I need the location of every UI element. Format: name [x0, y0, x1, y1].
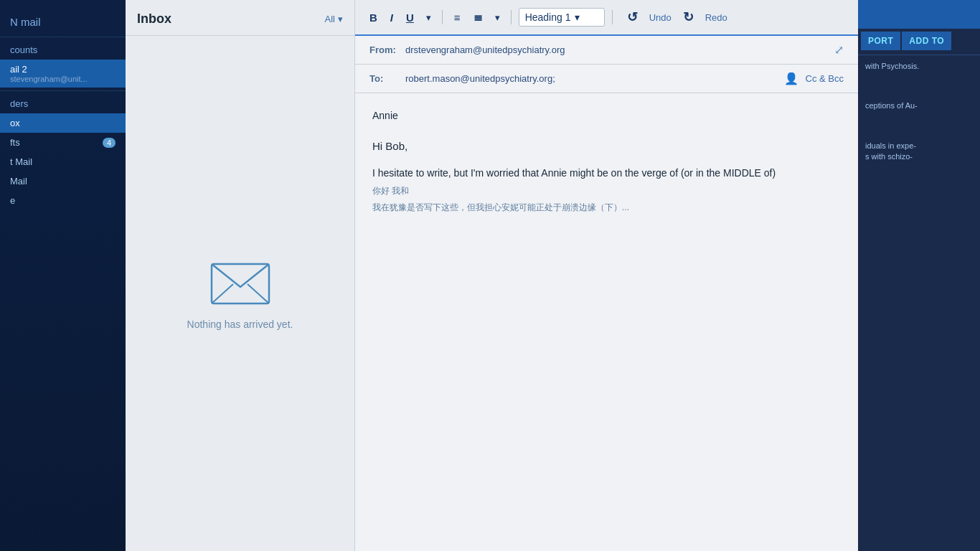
- bold-button[interactable]: B: [365, 9, 382, 26]
- heading-chevron: ▾: [575, 11, 580, 23]
- sidebar-drafts-label: fts: [10, 137, 20, 148]
- svg-line-2: [248, 284, 269, 303]
- to-label: To:: [369, 73, 405, 84]
- drafts-badge: 4: [103, 138, 116, 148]
- heading-selector[interactable]: Heading 1 ▾: [519, 8, 605, 27]
- toolbar-separator-3: [612, 10, 613, 24]
- to-value[interactable]: robert.mason@unitedpsychiatry.org;: [405, 73, 784, 84]
- undo-label[interactable]: Undo: [649, 12, 672, 23]
- export-button[interactable]: PORT: [861, 32, 900, 50]
- sidebar-trash-label: e: [10, 195, 15, 206]
- from-label: From:: [369, 44, 405, 55]
- right-content-line1: with Psychosis.: [865, 61, 973, 72]
- compose-chinese-2: 我在犹豫是否写下这些，但我担心安妮可能正处于崩溃边缘（下）...: [372, 201, 841, 215]
- inbox-empty-message: Nothing has arrived yet.: [187, 319, 293, 330]
- compose-body[interactable]: Annie Hi Bob, I hesitate to write, but I…: [355, 93, 858, 551]
- add-to-button[interactable]: ADD TO: [902, 32, 951, 50]
- sidebar-item-mail2-sub: stevengraham@unit...: [10, 75, 88, 83]
- heading-label: Heading 1: [525, 11, 571, 23]
- compose-toolbar: B I U ▾ ≡ ≣ ▾ Heading 1 ▾ ↺ Undo ↻ Redo: [355, 0, 858, 36]
- sidebar-item-sent[interactable]: t Mail: [0, 152, 126, 171]
- from-value: drstevengraham@unitedpsychiatry.org: [405, 44, 834, 55]
- sidebar-item-mail2[interactable]: ail 2 stevengraham@unit...: [0, 60, 126, 88]
- sidebar-item-inbox[interactable]: ox: [0, 113, 126, 133]
- compose-expand-icon[interactable]: ⤢: [834, 43, 844, 57]
- sidebar-item-trash[interactable]: e: [0, 191, 126, 210]
- sidebar-item-drafts[interactable]: fts 4: [0, 133, 126, 152]
- right-content-line2: ceptions of Au-: [865, 100, 973, 111]
- sidebar-sent-label: t Mail: [10, 156, 32, 167]
- redo-button[interactable]: ↻: [679, 7, 698, 27]
- compose-to-actions: 👤 Cc & Bcc: [784, 72, 844, 85]
- list-dropdown[interactable]: ▾: [491, 10, 504, 25]
- inbox-title: Inbox: [137, 11, 171, 27]
- format-chevron: ▾: [426, 12, 431, 23]
- sidebar-section-folders: ders: [0, 94, 126, 113]
- contacts-icon[interactable]: 👤: [784, 72, 798, 85]
- italic-button[interactable]: I: [386, 9, 397, 26]
- right-content-line3: iduals in expe-: [865, 141, 973, 151]
- compose-body-text: I hesitate to write, but I'm worried tha…: [372, 165, 841, 181]
- undo-redo-group: ↺ Undo ↻ Redo: [623, 7, 727, 27]
- format-dropdown[interactable]: ▾: [423, 10, 435, 25]
- inbox-header: Inbox All ▾: [126, 0, 354, 36]
- right-panel-content1: with Psychosis. ceptions of Au- iduals i…: [858, 55, 980, 169]
- inbox-filter-label: All: [325, 14, 335, 24]
- cc-bcc-button[interactable]: Cc & Bcc: [806, 73, 844, 84]
- numbered-list-button[interactable]: ≣: [469, 9, 487, 26]
- sidebar: N mail counts ail 2 stevengraham@unit...…: [0, 0, 126, 551]
- redo-label[interactable]: Redo: [705, 12, 727, 23]
- inbox-filter-chevron: ▾: [338, 14, 343, 24]
- underline-button[interactable]: U: [402, 9, 418, 26]
- compose-to-row: To: robert.mason@unitedpsychiatry.org; 👤…: [355, 65, 858, 93]
- compose-chinese-1: 你好 我和: [372, 184, 841, 198]
- sidebar-title: N mail: [0, 7, 126, 34]
- inbox-empty: Nothing has arrived yet.: [126, 36, 354, 551]
- toolbar-separator-2: [511, 10, 512, 24]
- right-panel-actions: PORT ADD TO: [858, 29, 980, 53]
- right-content-line4: s with schizo-: [865, 151, 973, 162]
- bullet-list-button[interactable]: ≡: [450, 9, 465, 26]
- inbox-filter[interactable]: All ▾: [325, 14, 343, 24]
- envelope-icon: [208, 257, 273, 307]
- sidebar-junk-label: Mail: [10, 176, 27, 187]
- undo-button[interactable]: ↺: [623, 7, 642, 27]
- right-panel: PORT ADD TO with Psychosis. ceptions of …: [858, 0, 980, 551]
- svg-line-1: [212, 284, 233, 303]
- sidebar-item-mail2-label: ail 2: [10, 64, 88, 75]
- compose-greeting: Hi Bob,: [372, 138, 841, 155]
- compose-from-row: From: drstevengraham@unitedpsychiatry.or…: [355, 36, 858, 65]
- compose-panel: B I U ▾ ≡ ≣ ▾ Heading 1 ▾ ↺ Undo ↻ Redo …: [355, 0, 858, 551]
- toolbar-separator-1: [442, 10, 443, 24]
- sidebar-inbox-label: ox: [10, 118, 20, 128]
- sidebar-item-junk[interactable]: Mail: [0, 171, 126, 191]
- compose-salutation: Annie: [372, 108, 841, 123]
- sidebar-section-accounts: counts: [0, 40, 126, 60]
- inbox-panel: Inbox All ▾ Nothing has arrived yet.: [126, 0, 355, 551]
- list-chevron: ▾: [495, 12, 500, 23]
- right-panel-top: [858, 0, 980, 29]
